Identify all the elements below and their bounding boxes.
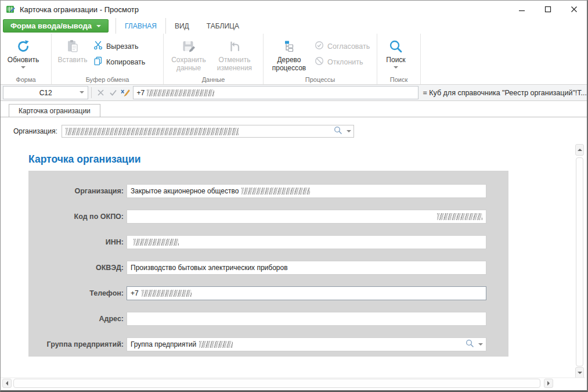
copy-icon bbox=[93, 56, 103, 67]
phone-field[interactable]: +7 bbox=[127, 286, 486, 300]
scroll-right-button[interactable] bbox=[544, 379, 553, 388]
lookup-search-icon[interactable] bbox=[466, 339, 474, 350]
formula-input[interactable]: +7 bbox=[133, 86, 419, 99]
field-value: +7 bbox=[131, 289, 139, 297]
chevron-down-icon bbox=[394, 66, 398, 69]
scroll-down-button[interactable] bbox=[575, 367, 584, 379]
vertical-scroll-thumb[interactable] bbox=[576, 157, 583, 366]
address-field[interactable] bbox=[127, 312, 486, 326]
search-icon bbox=[388, 37, 403, 56]
horizontal-scroll-thumb[interactable] bbox=[13, 379, 540, 388]
chevron-down-icon[interactable] bbox=[478, 343, 483, 346]
vertical-scrollbar bbox=[575, 117, 585, 379]
field-row-inn: ИНН: bbox=[28, 235, 508, 249]
redacted-text bbox=[147, 89, 214, 96]
scroll-up-button[interactable] bbox=[575, 144, 584, 156]
search-button[interactable]: Поиск bbox=[380, 35, 412, 69]
field-label-okpo: Код по ОКПО: bbox=[28, 213, 124, 221]
chevron-down-icon bbox=[96, 25, 101, 27]
group-label-processes: Процессы bbox=[264, 76, 377, 83]
maximize-button[interactable] bbox=[535, 1, 561, 18]
close-button[interactable] bbox=[561, 1, 587, 18]
field-row-enterprise-group: Группа предприятий: Группа предприятий bbox=[28, 337, 508, 351]
redacted-text bbox=[437, 213, 482, 220]
field-value: Производство бытовых электрических прибо… bbox=[131, 264, 288, 272]
divider bbox=[91, 87, 92, 98]
field-row-phone: Телефон: +7 bbox=[28, 286, 508, 300]
group-label-form: Форма bbox=[1, 76, 51, 83]
ribbon-tab-view[interactable]: ВИД bbox=[166, 18, 198, 34]
cut-button[interactable]: Вырезать bbox=[93, 41, 145, 52]
title-bar: Карточка огранизации - Просмотр bbox=[1, 1, 587, 18]
edit-formula-button[interactable] bbox=[119, 87, 131, 99]
form-content: Организация: Карточка организации Орга bbox=[1, 117, 576, 379]
formula-hint: = Куб для справочника "Реестр организаци… bbox=[423, 89, 587, 97]
chevron-down-icon bbox=[80, 91, 84, 93]
lookup-search-icon[interactable] bbox=[334, 126, 342, 137]
redacted-text bbox=[134, 239, 179, 246]
process-tree-button[interactable]: Дерево процессов bbox=[266, 35, 312, 73]
app-form-icon bbox=[6, 5, 15, 14]
okpo-field[interactable] bbox=[127, 210, 486, 224]
window-title: Карточка огранизации - Просмотр bbox=[20, 5, 139, 14]
undo-changes-button[interactable]: Отменить изменения bbox=[211, 35, 258, 73]
cancel-entry-button[interactable] bbox=[95, 87, 107, 99]
form-heading: Карточка организации bbox=[28, 153, 140, 166]
ribbon-group-data: Сохранить данные Отменить изменения Данн… bbox=[164, 34, 264, 84]
organization-field[interactable]: Закрытое акционерное общество bbox=[127, 184, 486, 198]
reject-button[interactable]: Отклонить bbox=[315, 56, 370, 67]
ribbon: Обновить Форма Вставить bbox=[1, 34, 587, 85]
chevron-down-icon[interactable] bbox=[347, 130, 351, 132]
organization-selector-label: Организация: bbox=[13, 127, 57, 135]
approve-icon bbox=[315, 41, 324, 52]
document-tab-bar: Карточка огранизации bbox=[1, 101, 587, 117]
ribbon-tab-row: Форма ввода/вывода ГЛАВНАЯ ВИД ТАБЛИЦА bbox=[1, 18, 587, 34]
field-label-okved: ОКВЭД: bbox=[28, 264, 124, 272]
group-label-clipboard: Буфер обмена bbox=[52, 76, 163, 83]
field-value: Группа предприятий bbox=[131, 340, 196, 348]
redacted-text bbox=[199, 341, 233, 348]
ribbon-group-clipboard: Вставить Вырезать bbox=[52, 34, 164, 84]
triangle-down-icon bbox=[578, 372, 582, 374]
field-row-organization: Организация: Закрытое акционерное общест… bbox=[28, 184, 508, 198]
inn-field[interactable] bbox=[127, 235, 486, 249]
refresh-button[interactable]: Обновить bbox=[3, 35, 44, 69]
refresh-icon bbox=[16, 37, 31, 56]
scroll-left-button[interactable] bbox=[2, 379, 12, 388]
okved-field[interactable]: Производство бытовых электрических прибо… bbox=[127, 261, 486, 275]
ribbon-tab-table[interactable]: ТАБЛИЦА bbox=[198, 18, 248, 34]
field-value: Закрытое акционерное общество bbox=[131, 187, 239, 195]
horizontal-scrollbar bbox=[1, 377, 585, 389]
formula-bar: C12 +7 = Куб для справочника "Реестр орг… bbox=[1, 85, 587, 101]
minimize-button[interactable] bbox=[508, 1, 535, 18]
cell-name-box[interactable]: C12 bbox=[3, 86, 88, 99]
organization-selector-combo[interactable] bbox=[62, 125, 354, 138]
field-label-organization: Организация: bbox=[28, 187, 124, 195]
group-label-search: Поиск bbox=[377, 76, 420, 83]
document-tab-org-card[interactable]: Карточка огранизации bbox=[9, 104, 100, 117]
process-tree-icon bbox=[282, 37, 297, 56]
field-row-okved: ОКВЭД: Производство бытовых электрически… bbox=[28, 261, 508, 275]
triangle-left-icon bbox=[6, 381, 8, 386]
field-label-address: Адрес: bbox=[28, 315, 124, 323]
app-window: Карточка огранизации - Просмотр Форма вв… bbox=[0, 0, 588, 392]
enterprise-group-field[interactable]: Группа предприятий bbox=[127, 337, 486, 351]
form-io-menu-label: Форма ввода/вывода bbox=[10, 21, 92, 30]
ribbon-group-form: Обновить Форма bbox=[1, 34, 52, 84]
form-io-menu-button[interactable]: Форма ввода/вывода bbox=[3, 19, 109, 33]
undo-icon bbox=[227, 37, 242, 56]
cell-reference: C12 bbox=[39, 89, 52, 97]
redacted-text bbox=[142, 290, 192, 297]
approve-button[interactable]: Согласовать bbox=[315, 41, 370, 52]
save-data-button[interactable]: Сохранить данные bbox=[166, 35, 211, 73]
copy-button[interactable]: Копировать bbox=[93, 56, 145, 67]
field-label-phone: Телефон: bbox=[28, 289, 124, 297]
confirm-entry-button[interactable] bbox=[107, 87, 119, 99]
organization-selector-row: Организация: bbox=[13, 125, 354, 138]
ribbon-tabs: ГЛАВНАЯ ВИД ТАБЛИЦА bbox=[116, 18, 248, 34]
triangle-up-icon bbox=[578, 149, 582, 151]
ribbon-tab-main[interactable]: ГЛАВНАЯ bbox=[116, 18, 166, 34]
redacted-text bbox=[241, 188, 310, 195]
document-tab-label: Карточка огранизации bbox=[19, 107, 91, 115]
paste-button[interactable]: Вставить bbox=[54, 35, 91, 64]
